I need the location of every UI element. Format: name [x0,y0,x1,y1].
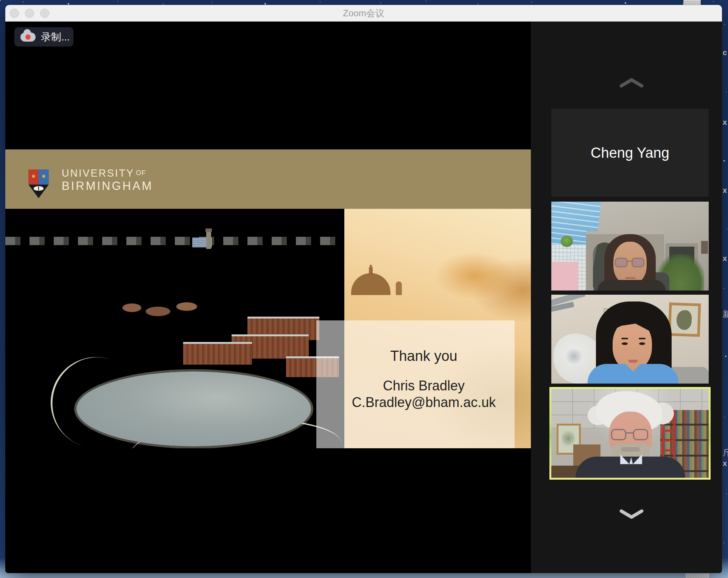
participant-name: Cheng Yang [591,145,669,161]
desktop-label-fragment: x [723,254,727,263]
minimize-button[interactable] [25,9,34,18]
presentation-stage: 录制... UNIVERSITYOF BIR [5,22,531,573]
desktop: c x x x 新 〈 斤 x 录制... [0,0,728,578]
photo-residence-block [183,342,252,365]
photo-city-skyline [5,237,344,245]
photo-lake [76,371,311,446]
crest-blue-quarter [39,169,49,185]
desktop-file-icon-top[interactable] [683,0,701,5]
photo-campus-left [5,209,344,448]
blue-shirt [588,364,678,384]
slide-closing-text: Thank you Chris Bradley C.Bradley@bham.a… [344,348,503,410]
office-picture-frame [701,241,708,254]
window-title: Zoom会议 [5,5,722,22]
participant-tile-name-card[interactable]: Cheng Yang [551,109,709,197]
scroll-down-chevron-button[interactable] [619,508,644,520]
eyeglasses [611,429,650,441]
participant-tile-video[interactable] [551,295,709,384]
crest-red-quarter [28,169,39,185]
desktop-label-fragment: 斤 [723,447,728,458]
desktop-label-fragment: c [723,48,727,57]
recording-indicator[interactable]: 录制... [14,27,73,47]
participant-tile-video[interactable] [551,202,709,291]
desktop-label-fragment: x [723,186,727,195]
university-line1: UNIVERSITY [62,168,134,179]
crest-base [28,185,49,198]
office-green-object [561,236,573,247]
scroll-up-chevron-button[interactable] [619,76,644,89]
photo-dome-silhouette [351,265,390,295]
close-button[interactable] [10,9,19,18]
office-pink-object [551,262,578,291]
desktop-label-fragment: x [723,459,727,468]
participant-tile-video-active[interactable] [551,389,709,478]
desktop-label-fragment: 新 [723,309,728,320]
window-titlebar: Zoom会议 [5,5,722,22]
desktop-label-fragment: x [723,118,727,127]
slide-header-band: UNIVERSITYOF BIRMINGHAM [5,149,531,209]
university-crest-logo [28,169,49,198]
university-line2: BIRMINGHAM [62,180,153,192]
crest-open-book [34,186,44,191]
chevron-up-icon [619,76,644,89]
wallpaper-stars [0,0,1,1]
university-of: OF [136,169,146,177]
participants-sidebar: Cheng Yang [531,22,722,573]
shared-slide: UNIVERSITYOF BIRMINGHAM [5,149,531,448]
zoom-meeting-window: 录制... UNIVERSITYOF BIR [5,5,722,573]
thank-you-text: Thank you [344,348,503,364]
photo-clock-tower [206,232,211,249]
active-speaker-highlight [549,387,711,480]
desktop-label-fragment: 〈 [723,319,728,331]
photo-houses [119,298,206,322]
recording-label: 录制... [41,30,70,44]
presenter-name: Chris Bradley [344,378,503,394]
desktop-file-icon-bottom[interactable] [686,573,709,578]
university-wordmark: UNIVERSITYOF BIRMINGHAM [62,168,153,192]
dark-sweater [576,457,685,478]
campus-aerial-photo: Thank you Chris Bradley C.Bradley@bham.a… [5,209,531,448]
presenter-email: C.Bradley@bham.ac.uk [344,395,503,410]
eyeglasses [615,258,645,268]
cloud-recording-icon [20,33,36,42]
chevron-down-icon [619,508,644,520]
home-picture-frame [668,303,701,337]
zoom-button[interactable] [40,9,49,18]
